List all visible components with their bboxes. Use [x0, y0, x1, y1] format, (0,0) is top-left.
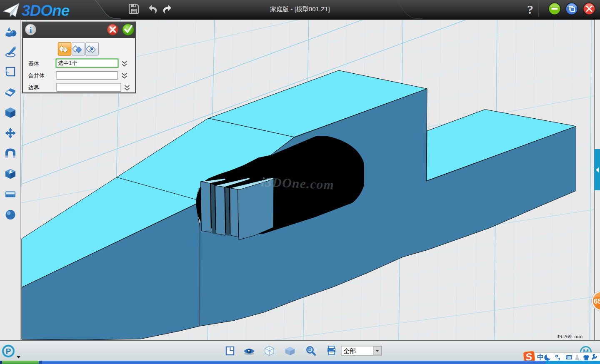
- svg-text:65: 65: [594, 297, 600, 305]
- svg-text:P: P: [6, 347, 11, 356]
- svg-text:?: ?: [527, 2, 533, 16]
- svg-text:合并体: 合并体: [28, 72, 45, 79]
- svg-text:3DOne: 3DOne: [22, 2, 70, 19]
- svg-text:i: i: [29, 25, 32, 35]
- svg-text:家庭版 - [模型001.Z1]: 家庭版 - [模型001.Z1]: [270, 5, 330, 12]
- svg-text:选中1个: 选中1个: [58, 60, 77, 66]
- svg-text:中: 中: [537, 354, 544, 361]
- svg-text:全部: 全部: [343, 347, 356, 354]
- svg-text:S: S: [525, 351, 532, 362]
- svg-text:基体: 基体: [28, 60, 39, 67]
- svg-text:边界: 边界: [28, 85, 39, 91]
